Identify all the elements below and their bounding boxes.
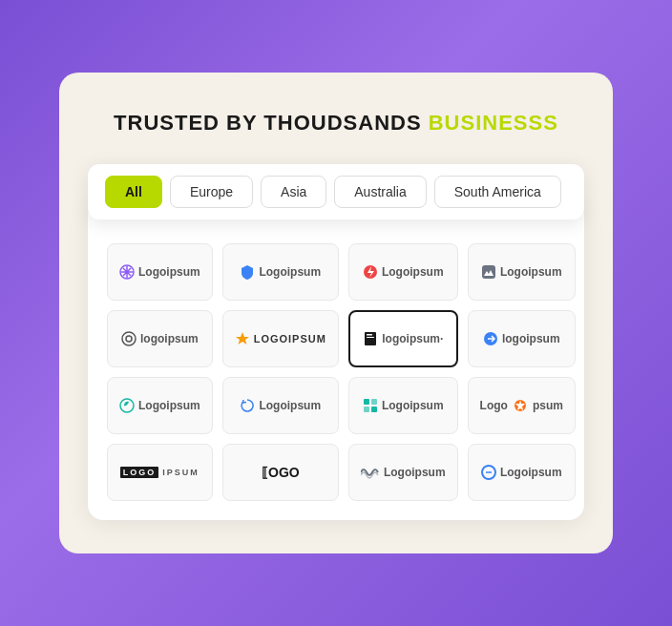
svg-rect-12 [364,407,369,412]
logo-3-text: Logoipsum [363,264,444,280]
starburst-icon [512,397,529,414]
filter-asia-button[interactable]: Asia [261,176,326,208]
blue-ring-icon [481,465,496,480]
logo-14-text: ⟦OGO⟧ [262,464,300,481]
logo-cell-9[interactable]: Logoipsum [107,377,213,434]
svg-rect-7 [367,337,374,338]
logo-cell-12[interactable]: Logo psum [468,377,576,434]
logo-cell-15[interactable]: Logoipsum [348,444,458,501]
bolt-icon [363,264,378,280]
logo-6-text: LOGOIPSUM [235,331,326,346]
logo-11-text: Logoipsum [363,398,444,413]
logo-cell-13[interactable]: LOGO IPSUM [107,444,213,501]
snowflake-icon [119,264,135,280]
filter-south-america-button[interactable]: South America [434,176,561,208]
filter-bar: All Europe Asia Australia South America [88,164,584,219]
logo-cell-16[interactable]: Logoipsum [468,444,576,501]
logo-13-text: LOGO IPSUM [120,467,200,478]
logo-cell-3[interactable]: Logoipsum [348,243,458,301]
main-card: TRUSTED BY THOUDSANDS BUSINESSS All Euro… [59,73,613,553]
logo-12-text: Logo psum [480,397,563,414]
svg-rect-6 [367,334,372,336]
logo-cell-5[interactable]: logoipsum [107,310,213,367]
title-area: TRUSTED BY THOUDSANDS BUSINESSS [88,111,584,136]
svg-rect-2 [482,265,495,279]
svg-rect-13 [371,407,377,412]
filter-bar-wrapper: All Europe Asia Australia South America [88,164,584,219]
svg-point-9 [120,399,134,412]
svg-point-3 [122,332,136,345]
logo-7-text: logoipsum· [363,331,443,346]
logo-cell-11[interactable]: Logoipsum [348,377,458,434]
title-black: TRUSTED BY THOUDSANDS [114,111,422,135]
logo-5-text: logoipsum [121,331,199,346]
logo-cell-14[interactable]: ⟦OGO⟧ [222,444,339,501]
svg-text:⟦OGO⟧: ⟦OGO⟧ [262,465,300,480]
title-green: BUSINESSS [429,111,558,135]
cycle-icon [240,398,255,413]
logo-cell-4[interactable]: Logoipsum [468,243,576,301]
logo-15-text: Logoipsum [361,466,446,479]
logo-10-text: Logoipsum [240,398,321,413]
svg-point-4 [126,336,132,342]
star-check-icon [235,331,250,346]
logo-9-text: Logoipsum [119,398,200,413]
filter-australia-button[interactable]: Australia [334,176,426,208]
logo-cell-2[interactable]: Logoipsum [222,243,339,301]
leaf-icon [119,398,135,413]
grid-square-icon [363,398,378,413]
svg-rect-10 [364,399,369,405]
mountain-icon [481,264,496,280]
logo-1-text: Logoipsum [119,264,200,280]
wave-icon [361,466,380,479]
logo-cell-8[interactable]: logoipsum [468,310,576,367]
logo-cell-1[interactable]: Logoipsum [107,243,213,301]
svg-rect-11 [371,399,377,405]
logo-4-text: Logoipsum [481,264,562,280]
shield-icon [240,264,255,280]
book-icon [363,331,378,346]
logo-cell-10[interactable]: Logoipsum [222,377,339,434]
logo-cell-7[interactable]: logoipsum· [348,310,458,367]
logo-8-text: logoipsum [483,331,560,346]
logo-grid: Logoipsum Logoipsum Logoipsum [107,243,565,501]
logo-16-text: Logoipsum [481,465,562,480]
filter-europe-button[interactable]: Europe [170,176,253,208]
filter-all-button[interactable]: All [105,176,162,208]
logo-cell-6[interactable]: LOGOIPSUM [222,310,339,367]
logo-2-text: Logoipsum [240,264,321,280]
bracket-logo-icon: ⟦OGO⟧ [262,464,300,481]
circle-arrow-icon [483,331,498,346]
content-card: Logoipsum Logoipsum Logoipsum [88,200,584,520]
ring-icon [121,331,136,346]
page-title: TRUSTED BY THOUDSANDS BUSINESSS [88,111,584,136]
